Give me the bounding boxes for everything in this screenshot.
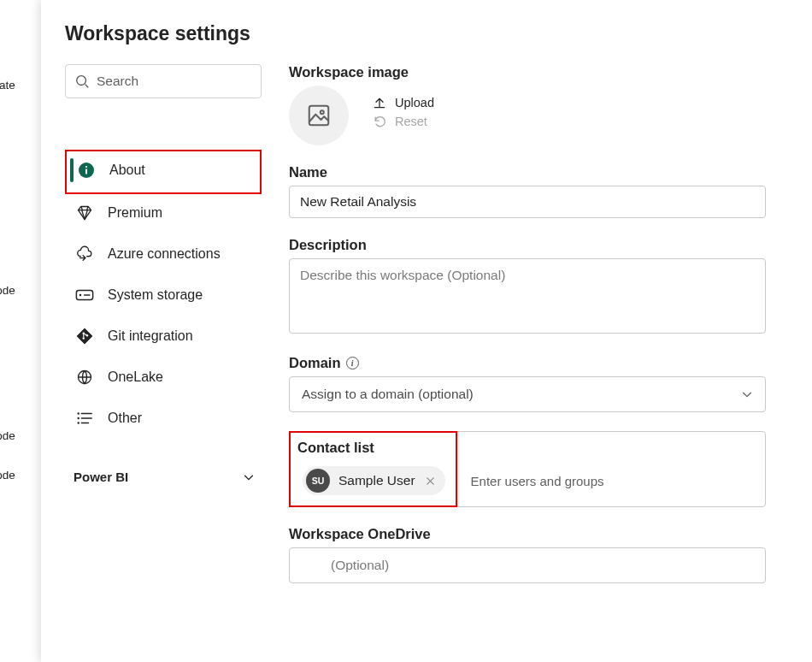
upload-label: Upload <box>395 96 434 109</box>
nav-about[interactable]: About <box>67 151 258 189</box>
chevron-down-icon <box>741 388 753 400</box>
domain-placeholder: Assign to a domain (optional) <box>302 387 474 402</box>
nav-label: About <box>109 163 145 178</box>
bg-row: mode <box>0 274 19 308</box>
label-domain: Domain i <box>289 355 766 371</box>
nav-storage[interactable]: System storage <box>65 276 262 314</box>
upload-button[interactable]: Upload <box>373 96 434 109</box>
upload-icon <box>373 96 386 109</box>
bg-row: pdate <box>0 68 19 103</box>
description-input[interactable] <box>289 258 766 334</box>
section-label: Power BI <box>74 470 128 484</box>
svg-point-14 <box>78 417 79 419</box>
left-column: About Premium <box>65 64 262 488</box>
contact-list-input[interactable]: Contact list SU Sample User <box>289 431 766 507</box>
highlight-about: About <box>65 150 262 194</box>
diamond-icon <box>75 204 94 222</box>
svg-point-4 <box>85 166 87 168</box>
search-input[interactable] <box>97 74 262 89</box>
cloud-arrow-icon <box>75 245 94 263</box>
svg-point-6 <box>79 294 82 297</box>
section-powerbi[interactable]: Power BI <box>65 466 262 488</box>
reset-label: Reset <box>395 115 427 128</box>
label-contact: Contact list <box>297 440 449 456</box>
right-column: Workspace image <box>289 64 766 602</box>
svg-point-0 <box>77 76 86 86</box>
label-onedrive: Workspace OneDrive <box>289 526 766 542</box>
chevron-down-icon <box>243 471 255 483</box>
bg-row: mode <box>0 458 19 493</box>
nav-label: Premium <box>108 205 162 221</box>
nav-label: Other <box>108 411 142 426</box>
field-domain: Domain i Assign to a domain (optional) <box>289 355 766 412</box>
field-name: Name <box>289 164 766 218</box>
nav-label: Git integration <box>108 328 193 344</box>
search-icon <box>74 72 90 91</box>
settings-panel: Workspace settings <box>41 0 812 662</box>
onedrive-input[interactable] <box>300 558 755 573</box>
onelake-icon <box>75 368 94 387</box>
nav-git[interactable]: Git integration <box>65 317 262 355</box>
svg-rect-3 <box>85 169 87 174</box>
settings-nav: About Premium <box>65 150 262 437</box>
remove-chip-icon[interactable] <box>424 475 437 488</box>
field-workspace-image: Workspace image <box>289 64 766 145</box>
svg-point-19 <box>321 110 324 114</box>
name-input[interactable] <box>289 186 766 218</box>
panel-title: Workspace settings <box>65 22 766 45</box>
nav-label: OneLake <box>108 369 163 385</box>
field-contact-list: Contact list SU Sample User <box>289 431 766 507</box>
nav-premium[interactable]: Premium <box>65 194 262 232</box>
image-icon <box>306 103 332 128</box>
domain-select[interactable]: Assign to a domain (optional) <box>289 376 766 412</box>
label-name: Name <box>289 164 766 180</box>
contact-chip[interactable]: SU Sample User <box>303 466 445 495</box>
svg-rect-18 <box>309 106 329 126</box>
nav-label: System storage <box>108 287 203 303</box>
bg-row: mode <box>0 419 19 453</box>
workspace-image-placeholder[interactable] <box>289 86 349 145</box>
storage-icon <box>75 286 94 304</box>
search-input-wrapper[interactable] <box>65 64 262 98</box>
svg-point-9 <box>83 337 85 340</box>
label-description: Description <box>289 237 766 253</box>
contact-input[interactable] <box>466 432 765 506</box>
onedrive-input-wrapper[interactable] <box>289 547 766 583</box>
nav-other[interactable]: Other <box>65 399 262 437</box>
svg-point-16 <box>78 422 79 423</box>
info-icon <box>77 161 96 180</box>
highlight-contact: Contact list SU Sample User <box>289 431 457 507</box>
nav-label: Azure connections <box>108 246 221 262</box>
field-onedrive: Workspace OneDrive <box>289 526 766 583</box>
field-description: Description <box>289 237 766 336</box>
reset-button: Reset <box>373 115 434 128</box>
undo-icon <box>373 115 386 128</box>
svg-line-1 <box>85 85 89 88</box>
git-icon <box>75 327 94 346</box>
label-workspace-image: Workspace image <box>289 64 766 80</box>
info-icon[interactable]: i <box>346 357 359 369</box>
avatar: SU <box>306 469 330 493</box>
other-icon <box>75 409 94 428</box>
label-domain-text: Domain <box>289 355 341 371</box>
nav-onelake[interactable]: OneLake <box>65 358 262 396</box>
nav-azure[interactable]: Azure connections <box>65 235 262 273</box>
svg-point-12 <box>78 412 79 414</box>
chip-label: Sample User <box>338 473 415 488</box>
